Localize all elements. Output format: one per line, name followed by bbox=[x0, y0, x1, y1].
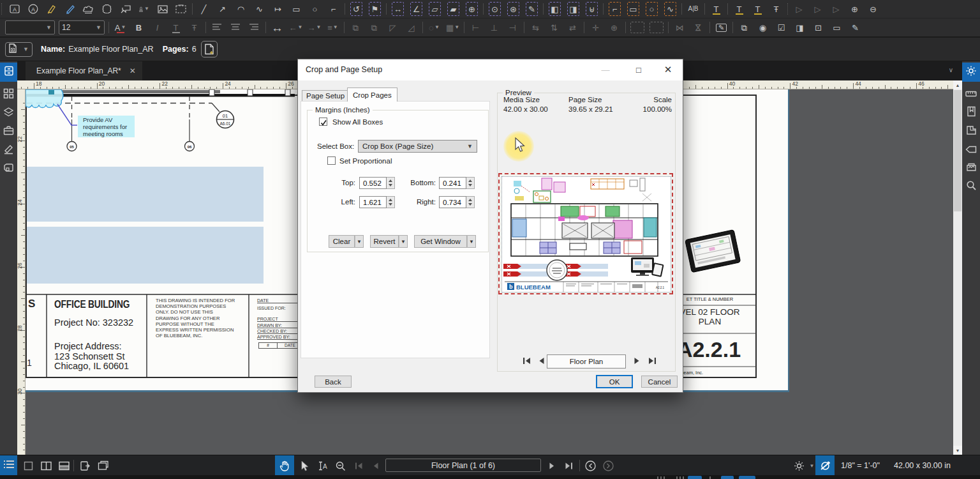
lasso-tool-icon[interactable]: ↺ bbox=[350, 2, 362, 16]
pencil-tool-icon[interactable]: ✎ bbox=[526, 2, 538, 16]
bottom-margin-input[interactable]: 0.241 bbox=[439, 177, 466, 189]
dimension-tool-icon[interactable]: ↦ bbox=[272, 2, 284, 16]
italic-button-icon[interactable]: I bbox=[151, 20, 163, 34]
zoom-window-button[interactable] bbox=[333, 455, 348, 476]
fill-left-tool-icon[interactable]: ◧ bbox=[549, 2, 561, 16]
sidebar-item-links-tag[interactable] bbox=[962, 141, 980, 159]
get-window-button[interactable]: Get Window bbox=[414, 235, 467, 248]
recent-polygon-tool-icon[interactable]: ⌐ bbox=[609, 2, 621, 16]
zoom-out-tool-icon[interactable]: ⊖ bbox=[867, 2, 879, 16]
brightness-chevron-icon[interactable]: ▼ bbox=[807, 455, 816, 476]
distribute-s-button-icon[interactable]: ⇄ bbox=[567, 20, 579, 34]
maximize-icon[interactable]: □ bbox=[628, 59, 650, 80]
markup-list-toggle-button[interactable] bbox=[0, 455, 17, 476]
set-proportional-label[interactable]: Set Proportional bbox=[339, 157, 392, 165]
bold-button-icon[interactable]: B bbox=[133, 20, 145, 34]
right-margin-input[interactable]: 0.734 bbox=[439, 196, 466, 208]
arc-tool-icon[interactable]: ◠ bbox=[235, 2, 247, 16]
sidebar-item-thumbnails[interactable] bbox=[0, 86, 17, 104]
note-tool-icon[interactable]: A bbox=[27, 2, 39, 16]
text-caret-tool-icon[interactable]: T bbox=[710, 2, 722, 16]
sidebar-item-layers[interactable] bbox=[0, 104, 17, 123]
paste-format-button-icon[interactable]: ⧉ bbox=[368, 20, 380, 34]
font-color-button-icon[interactable]: A▼ bbox=[114, 20, 126, 34]
text-box-tool-icon[interactable]: A bbox=[8, 2, 20, 16]
sidebar-item-markup-tools[interactable] bbox=[0, 141, 17, 160]
compare-ab-tool-icon[interactable]: A|B bbox=[687, 2, 699, 16]
fill-right-tool-icon[interactable]: ◨ bbox=[567, 2, 579, 16]
flip-horizontal-button-icon[interactable]: ⋈ bbox=[674, 20, 686, 34]
arrow-style-button-icon[interactable]: ↔ bbox=[271, 20, 283, 34]
tab-overflow-chevron-icon[interactable]: ∨ bbox=[949, 66, 953, 73]
text-underline-tool-icon[interactable]: T bbox=[733, 2, 745, 16]
line-weights-toggle-button[interactable] bbox=[815, 455, 835, 476]
image-tool-icon[interactable] bbox=[156, 2, 168, 16]
right-margin-spinner[interactable] bbox=[466, 196, 475, 208]
sidebar-item-spaces-plan[interactable] bbox=[962, 122, 980, 141]
measure-angle-tool-icon[interactable]: ∠ bbox=[410, 2, 422, 16]
ok-button[interactable]: OK bbox=[596, 375, 633, 388]
align-objects-center-button-icon[interactable]: ⊥ bbox=[488, 20, 500, 34]
font-size-dropdown[interactable]: 12▼ bbox=[59, 20, 105, 34]
arrow-start-button-icon[interactable]: ←▼ bbox=[290, 20, 302, 34]
move-button-icon[interactable]: ✛ bbox=[590, 20, 602, 34]
set-proportional-checkbox[interactable] bbox=[327, 156, 336, 165]
checkbox-field-button-icon[interactable]: ☑ bbox=[775, 20, 787, 34]
previous-page-icon[interactable] bbox=[538, 357, 545, 367]
polyline-tool-icon[interactable]: ∿ bbox=[253, 2, 265, 16]
arrow-tool-icon[interactable]: ↗ bbox=[216, 2, 228, 16]
first-page-icon[interactable] bbox=[523, 357, 531, 367]
add-page-button[interactable] bbox=[201, 41, 218, 57]
align-objects-left-button-icon[interactable]: ⊢ bbox=[470, 20, 482, 34]
sidebar-item-search[interactable] bbox=[962, 178, 980, 196]
cancel-button[interactable]: Cancel bbox=[641, 376, 678, 388]
detach-page-button[interactable] bbox=[96, 455, 110, 476]
measure-volume-tool-icon[interactable]: ▰ bbox=[447, 2, 459, 16]
recent-rectangle-tool-icon[interactable]: ▭ bbox=[627, 2, 639, 16]
select-arrow-button[interactable] bbox=[297, 455, 313, 476]
count-tool-icon[interactable]: ⊕ bbox=[466, 2, 478, 16]
snapshot-tool-icon[interactable] bbox=[175, 2, 187, 16]
stamp-approved-tool-icon[interactable]: ⊛ bbox=[507, 2, 519, 16]
next-page-button[interactable] bbox=[546, 455, 558, 476]
duplicate-button-icon[interactable]: ⧉ bbox=[738, 20, 750, 34]
textbox-field-button-icon[interactable]: ⊡ bbox=[812, 20, 824, 34]
edit-form-button-icon[interactable]: ✎ bbox=[715, 20, 727, 34]
text-squiggle-tool-icon[interactable]: T bbox=[752, 2, 764, 16]
panel-field-button-icon[interactable]: ◨ bbox=[794, 20, 806, 34]
text-strike-tool-icon[interactable]: Ŧ bbox=[770, 2, 782, 16]
union-tool-icon[interactable]: ⊎ bbox=[586, 2, 598, 16]
tab-page-setup[interactable]: Page Setup bbox=[302, 90, 349, 102]
sidebar-item-file-access[interactable] bbox=[0, 63, 17, 82]
hatch-button-icon[interactable]: ▦▼ bbox=[447, 20, 459, 34]
viewport-scale-text[interactable]: 1/8" = 1'-0" bbox=[841, 455, 880, 476]
tab-crop-pages[interactable]: Crop Pages bbox=[347, 87, 397, 102]
flag-tool-icon[interactable]: ⚑ bbox=[369, 2, 381, 16]
last-page-button[interactable] bbox=[561, 455, 575, 476]
vertical-scrollbar[interactable]: ▲ ▼ bbox=[953, 80, 962, 455]
zoom-in-tool-icon[interactable]: ⊕ bbox=[849, 2, 861, 16]
previous-view-button[interactable] bbox=[583, 455, 597, 476]
record-button-icon[interactable]: ◉ bbox=[757, 20, 769, 34]
center-target-button-icon[interactable]: ⊕ bbox=[608, 20, 620, 34]
preview-page-name[interactable]: Floor Plan bbox=[547, 354, 626, 369]
next-page-icon[interactable] bbox=[634, 357, 641, 367]
av-requirements-callout[interactable]: Provide AVrequirements formeeting rooms bbox=[78, 116, 135, 137]
select-box-dropdown[interactable]: Crop Box (Page Size) ▼ bbox=[358, 140, 477, 153]
last-page-icon[interactable] bbox=[648, 357, 657, 367]
revert-button[interactable]: Revert bbox=[370, 235, 399, 248]
bottom-margin-spinner[interactable] bbox=[466, 177, 475, 189]
polygon-cloud-tool-icon[interactable] bbox=[101, 2, 113, 16]
dialog-title-bar[interactable]: Crop and Page Setup ― □ ✕ bbox=[298, 59, 683, 80]
sidebar-item-bookmarks[interactable] bbox=[962, 103, 980, 122]
stamp-tool-icon[interactable]: ▼ bbox=[138, 2, 150, 16]
single-page-view-button[interactable] bbox=[22, 455, 34, 476]
font-family-dropdown[interactable]: ▼ bbox=[5, 20, 55, 34]
measure-length-tool-icon[interactable]: ↔ bbox=[392, 2, 404, 16]
scroll-down-icon[interactable]: ▼ bbox=[953, 446, 962, 455]
cloud-tool-icon[interactable] bbox=[82, 2, 94, 16]
rotate-tool-icon[interactable]: ⊙ bbox=[489, 2, 501, 16]
brightness-button[interactable] bbox=[792, 455, 806, 476]
align-right-button-icon[interactable] bbox=[248, 20, 260, 34]
rectangle-tool-icon[interactable]: ▭ bbox=[290, 2, 302, 16]
